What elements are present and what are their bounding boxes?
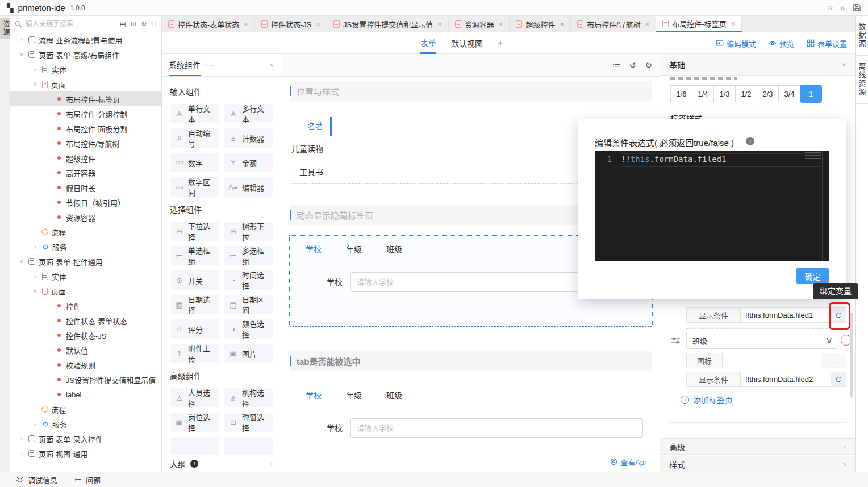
drag-handle-icon[interactable] (671, 336, 681, 345)
window-glyph-icon[interactable]: îž (828, 5, 833, 11)
width-option[interactable]: 1/6 (670, 85, 692, 102)
condition-editor-button[interactable]: C (831, 372, 846, 387)
add-tab-link[interactable]: 添加标签页 (681, 394, 733, 405)
tree-item[interactable]: 默认值 (10, 343, 161, 357)
view-tab[interactable]: 表单 (420, 32, 436, 54)
section-style[interactable]: 样式 › (660, 456, 855, 472)
section-tab-selectable[interactable]: tab是否能被选中 (290, 351, 652, 371)
tree-item[interactable]: 布局控件-分组控制 (10, 106, 161, 121)
palette-item[interactable]: ☆评分 (170, 319, 219, 339)
form-settings-button[interactable]: 表单设置 (807, 38, 847, 49)
tree-item[interactable]: ›页面-视图-通用 (10, 446, 161, 461)
close-icon[interactable]: × (316, 20, 320, 28)
palette-item[interactable]: A≡编辑器 (224, 177, 273, 197)
palette-item[interactable] (170, 437, 219, 455)
caret-closed-icon[interactable]: › (18, 37, 25, 43)
canvas-tab[interactable]: 班级 (386, 389, 402, 401)
confirm-button[interactable]: 确定 (796, 268, 829, 284)
tree-item[interactable]: 节假日（被引用） (10, 195, 161, 210)
tree-item[interactable]: JS设置控件提交值和显示值 (10, 372, 161, 387)
document-tab[interactable]: 资源容器× (449, 16, 510, 32)
outline-structure-icon[interactable]: ≔ (612, 60, 621, 70)
caret-open-icon[interactable]: ˅ (32, 288, 39, 294)
caret-closed-icon[interactable]: › (32, 421, 39, 427)
palette-item[interactable] (224, 437, 273, 455)
section-position-style[interactable]: 位置与样式 (290, 81, 652, 101)
caret-closed-icon[interactable]: › (18, 436, 25, 442)
width-option[interactable]: 1/2 (735, 85, 757, 102)
info-icon[interactable]: i (746, 137, 754, 145)
tree-item[interactable]: 假日时长 (10, 180, 161, 195)
collapse-all-icon[interactable]: ⊟ (151, 20, 157, 28)
rail-tab-offline-resources[interactable]: 离线资源 (856, 56, 868, 104)
width-option[interactable]: 1 (800, 85, 822, 103)
variable-button[interactable]: V (821, 332, 837, 349)
close-icon[interactable]: × (244, 20, 248, 28)
palette-item[interactable]: ¥金额 (224, 153, 273, 172)
caret-closed-icon[interactable]: › (18, 451, 25, 457)
undo-icon[interactable]: ↺ (629, 60, 637, 70)
document-tab[interactable]: 布局控件/导航树× (571, 16, 656, 32)
school-input[interactable] (350, 418, 643, 438)
document-tab[interactable]: 控件状态-JS× (255, 16, 327, 32)
window-glyph-icon[interactable]: î› (841, 5, 845, 11)
palette-item[interactable]: ▤日期区间 (224, 295, 273, 314)
outline-bar[interactable]: 大纲 i › (162, 455, 281, 472)
palette-item[interactable]: ⊞树形下拉 (224, 222, 273, 241)
more-button[interactable]: ... (821, 353, 846, 368)
palette-item[interactable]: ▣图片 (224, 344, 273, 363)
scrollbar[interactable] (850, 313, 853, 398)
palette-item[interactable]: #自动编号 (170, 128, 219, 148)
tree-item[interactable]: ›⚙服务 (10, 417, 161, 431)
palette-item[interactable]: ♙人员选择 (170, 388, 219, 407)
chevron-right-icon[interactable]: › (270, 460, 273, 468)
preview-button[interactable]: 预览 (769, 38, 794, 49)
tree-item[interactable]: 控件状态-JS (10, 328, 161, 343)
search-input[interactable] (26, 20, 116, 28)
tree-item[interactable]: 布局控件-标签页 (10, 91, 161, 106)
document-tab[interactable]: 控件状态-表单状态× (162, 16, 255, 32)
caret-closed-icon[interactable]: › (32, 66, 39, 73)
palette-item[interactable]: ◔时间选择 (224, 270, 273, 290)
tree-item[interactable]: 资源容器 (10, 210, 161, 224)
save-icon[interactable] (853, 3, 861, 12)
view-api-link[interactable]: 查看Api (610, 456, 646, 467)
palette-item[interactable]: 品机构选择 (224, 388, 273, 407)
caret-open-icon[interactable]: ˅ (32, 81, 39, 88)
palette-item[interactable]: ⊟下拉选择 (170, 222, 219, 241)
palette-item[interactable]: ▣岗位选择 (170, 413, 219, 432)
close-icon[interactable]: × (437, 20, 442, 28)
palette-item[interactable]: A单行文本 (170, 104, 219, 123)
debug-info-button[interactable]: 调试信息 (16, 474, 57, 485)
code-editor[interactable]: 1 !!this.formData.filed1 (595, 151, 829, 261)
vertical-tab[interactable]: 儿童读物 (290, 137, 331, 160)
rail-tab-datasource[interactable]: 数据源 (856, 16, 868, 56)
view-tab[interactable]: 默认视图 (451, 32, 483, 54)
palette-item[interactable]: ◑颜色选择 (224, 319, 273, 339)
code-mode-button[interactable]: 编码模式 (716, 38, 756, 49)
tree-item[interactable]: ˅页面-表单-控件通用 (10, 254, 161, 269)
tree-item[interactable]: 超级控件 (10, 151, 161, 165)
tree-item[interactable]: 流程 (10, 402, 161, 417)
caret-closed-icon[interactable]: › (32, 273, 39, 280)
redo-icon[interactable]: ↻ (645, 60, 652, 70)
vertical-tab[interactable]: 名著 (290, 114, 331, 137)
palette-item[interactable]: A多行文本 (224, 104, 273, 123)
export-image-icon[interactable]: ▤ (119, 20, 126, 28)
width-option[interactable]: 2/3 (757, 85, 779, 102)
section-advanced[interactable]: 高级 › (660, 438, 855, 455)
close-icon[interactable]: × (560, 20, 564, 28)
caret-open-icon[interactable]: ˅ (18, 259, 25, 265)
tabs-widget[interactable]: 学校年级班级 学校 (290, 382, 652, 457)
tree-item[interactable]: 校验规则 (10, 357, 161, 372)
canvas-tab[interactable]: 年级 (346, 389, 362, 401)
palette-item[interactable]: ±计数器 (224, 128, 273, 148)
canvas-tab[interactable]: 学校 (306, 243, 322, 255)
tree-item[interactable]: ˅页面 (10, 77, 161, 91)
palette-item[interactable]: ▦日期选择 (170, 295, 219, 314)
tree-item[interactable]: ›⚙服务 (10, 239, 161, 254)
issues-button[interactable]: ≔ 问题 (74, 474, 101, 485)
canvas-tab[interactable]: 年级 (346, 243, 362, 255)
tree-item[interactable]: ˅页面-表单-高级/布局组件 (10, 47, 161, 62)
tree-item[interactable]: 控件 (10, 298, 161, 313)
